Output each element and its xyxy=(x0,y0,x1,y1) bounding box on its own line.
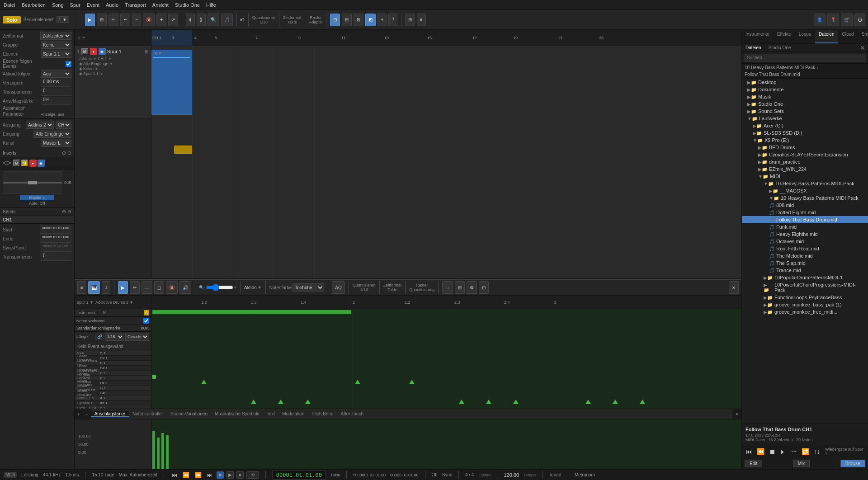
arr-rec-button[interactable]: ● xyxy=(90,48,97,55)
menu-bearbeiten[interactable]: Bearbeiten xyxy=(22,2,46,8)
file-tree-item[interactable]: ▶📁Acer (C:) xyxy=(742,122,868,129)
file-tree-item[interactable]: ▼📁10 Heavy Bass Patterns MIDI Pack xyxy=(742,194,868,202)
status-play-btn[interactable]: ⏮ xyxy=(170,472,179,478)
scrub-tool[interactable]: ✦ xyxy=(156,14,166,26)
tb-grid-1[interactable]: ⊞ xyxy=(405,14,415,26)
rp-loop-btn[interactable]: 🔁 xyxy=(800,448,811,455)
tb-btn-2[interactable]: ⊞ xyxy=(342,14,352,26)
rec-button[interactable]: ● xyxy=(29,160,37,167)
editor-link[interactable]: ↔ xyxy=(442,281,453,294)
arr-clip-2[interactable] xyxy=(174,146,192,154)
file-tree-item[interactable]: ▶📁groove_monkee_free_midi... xyxy=(742,308,868,315)
file-tree-item[interactable]: ▶📁Musik xyxy=(742,93,868,100)
file-tree-item[interactable]: 🎵808.mid xyxy=(742,202,868,209)
editor-select[interactable]: ▶ xyxy=(118,281,128,294)
breadcrumb-item-2[interactable]: Follow That Bass Drum.mid xyxy=(745,72,800,77)
piano-key-row[interactable]: Flexi 1 Hit A B 1 xyxy=(75,405,151,409)
editor-piano-btn[interactable]: 🎹 xyxy=(88,281,100,294)
bottom-tab-2[interactable]: Sound-Variationen xyxy=(167,411,211,416)
menu-studio-one[interactable]: Studio One xyxy=(175,2,200,8)
file-tree-item[interactable]: ▶📁groove_monkee_bass_pak (1) xyxy=(742,301,868,308)
file-tree-item[interactable]: ▶📁10PopularDrumPatternsMIDI-1 xyxy=(742,274,868,281)
menu-ansicht[interactable]: Ansicht xyxy=(152,2,169,8)
power-icon[interactable]: ⏻ xyxy=(854,14,865,26)
quantize-link[interactable]: 🔗 xyxy=(95,334,104,340)
file-tree-item[interactable]: ▶📁Dokumente xyxy=(742,86,868,93)
file-tree-item[interactable]: ▶📁10PowerfulChordProgressions-MIDI-Pack xyxy=(742,281,868,294)
editor-listen[interactable]: 🔊 xyxy=(179,281,191,294)
editor-eraser[interactable]: ◻ xyxy=(154,281,164,294)
status-rew2[interactable]: ⏩ xyxy=(193,472,203,478)
file-tree-item[interactable]: 🎵Funk.mid xyxy=(742,223,868,231)
editor-eq[interactable]: AQ xyxy=(332,281,344,294)
file-tree-item[interactable]: ▶📁BFD Drums xyxy=(742,144,868,151)
file-tree-item[interactable]: ▶📁EZmix_WIN_224 xyxy=(742,165,868,173)
status-stop[interactable]: ■ xyxy=(217,471,224,479)
bottom-tab-0[interactable]: Anschlagstärke xyxy=(91,411,129,417)
status-rec-main[interactable]: ● xyxy=(236,471,244,479)
menu-spur[interactable]: Spur xyxy=(70,2,80,8)
editor-s-btn[interactable]: S xyxy=(144,310,149,315)
tb-btn-3[interactable]: ⊠ xyxy=(354,14,363,26)
user-icon[interactable]: 👤 xyxy=(814,14,826,26)
location-icon[interactable]: 📍 xyxy=(827,14,839,26)
editor-list-btn[interactable]: ≡ xyxy=(77,281,86,294)
file-tree-item[interactable]: ▼📁Laufwerke xyxy=(742,115,868,122)
menu-song[interactable]: Song xyxy=(52,2,64,8)
piano-key-row[interactable]: Cymbal 1 A# 1 xyxy=(75,400,151,405)
close-right-btn[interactable]: ✕ xyxy=(857,44,868,52)
eraser-tool[interactable]: ✏ xyxy=(108,14,118,26)
bottom-tab-5[interactable]: Modulation xyxy=(278,411,308,416)
noten-vorhoeren-check[interactable] xyxy=(143,318,149,324)
tb-btn-1[interactable]: ⊡ xyxy=(330,14,340,26)
note-grid[interactable] xyxy=(151,309,741,409)
ausgang-ch-select[interactable]: CH 1 xyxy=(56,121,71,129)
status-ff[interactable]: ⏭ xyxy=(206,472,214,478)
editor-pencil[interactable]: ✏ xyxy=(130,281,140,294)
tab-dateien[interactable]: Dateien xyxy=(815,30,838,43)
tb-btn-6[interactable]: ? xyxy=(388,14,397,26)
status-play-main[interactable]: ▶ xyxy=(226,471,234,479)
file-tree-item[interactable]: ▶📁Studio One xyxy=(742,100,868,108)
arr-menu-icon[interactable]: ≡ xyxy=(77,35,80,41)
bottom-tab-6[interactable]: Pitch Bend xyxy=(308,411,337,416)
subtab-studio-one[interactable]: Studio One xyxy=(764,44,794,52)
vel-add-btn[interactable]: + xyxy=(75,409,83,419)
arr-mon-button[interactable]: ◉ xyxy=(99,48,106,55)
status-loop-main[interactable]: ⟲ xyxy=(246,471,259,479)
menu-datei[interactable]: Datei xyxy=(4,2,15,8)
editor-note-btn[interactable]: ♩ xyxy=(102,281,110,294)
arr-add-icon[interactable]: + xyxy=(82,35,85,41)
editor-mute[interactable]: 🔇 xyxy=(166,281,178,294)
file-tree-item[interactable]: 🎵Octaves.mid xyxy=(742,238,868,245)
rp-waveform-btn[interactable]: 〰 xyxy=(789,448,798,455)
brush-tool[interactable]: ~ xyxy=(132,14,141,26)
channel-selector[interactable]: 1 ▼ xyxy=(57,16,69,23)
piano-key-row[interactable]: Ride 1 Tip A 1 xyxy=(75,395,151,400)
pencil-tool[interactable]: ✒ xyxy=(120,14,130,26)
bottom-tab-4[interactable]: Text xyxy=(263,411,278,416)
editor-close[interactable]: ✕ xyxy=(729,281,739,294)
zeitformat-select[interactable]: Zählzeiten xyxy=(40,32,71,40)
file-tree-item[interactable]: ▶📁SL-SD3 SSD (D:) xyxy=(742,129,868,136)
range-tool[interactable]: ⊞ xyxy=(97,14,107,26)
loop-end[interactable]: ⟫ xyxy=(197,14,206,26)
subtab-dateien[interactable]: Dateien xyxy=(742,44,764,52)
tb-grid-2[interactable]: ≡ xyxy=(417,14,426,26)
bottom-tab-3[interactable]: Musikalische Symbole xyxy=(211,411,263,416)
file-tree-item[interactable]: ▶📁FunctionLoops-PsytranceBass xyxy=(742,294,868,301)
file-tree-item[interactable]: ▼📁MIDI xyxy=(742,173,868,180)
arr-m-button[interactable]: M xyxy=(81,48,89,55)
file-tree-item[interactable]: 🎵Follow That Bass Drum.mid xyxy=(742,216,868,223)
vel-close-btn[interactable]: ✕ xyxy=(732,409,741,419)
menu-hilfe[interactable]: Hilfe xyxy=(206,2,216,8)
akkord-select[interactable]: Aus xyxy=(41,70,71,78)
ebenen-select[interactable]: Spur 1.1 xyxy=(41,50,71,58)
tab-cloud[interactable]: Cloud xyxy=(838,30,858,43)
laenge-select[interactable]: 1/16 xyxy=(105,333,124,341)
menu-event[interactable]: Event xyxy=(87,2,99,8)
file-tree-item[interactable]: ▼📁10-Heavy-Bass-Patterns-MIDI-Pack xyxy=(742,180,868,187)
browse-view-btn[interactable]: Browse xyxy=(840,460,865,467)
rp-prev-btn[interactable]: ⏪ xyxy=(755,448,766,455)
file-tree-item[interactable]: 🎵The Slap.mid xyxy=(742,259,868,267)
